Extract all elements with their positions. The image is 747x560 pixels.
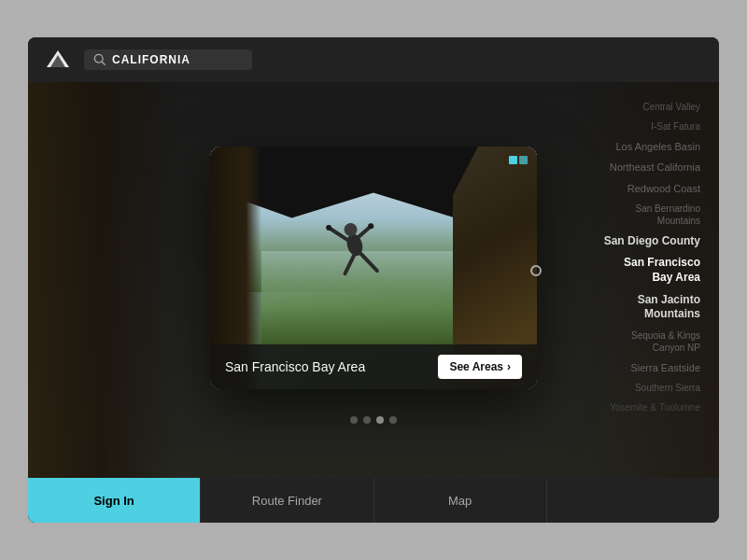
- region-item-3[interactable]: Los Angeles Basin: [615, 138, 700, 155]
- dot-3[interactable]: [376, 416, 384, 424]
- card-dots: [350, 416, 397, 424]
- app-window: CALIFORNIA: [28, 37, 719, 523]
- dot-1[interactable]: [350, 416, 358, 424]
- thumbnail-indicator: [509, 156, 528, 175]
- list-item-row-6: San BernardinoMountains: [551, 201, 700, 229]
- search-bar[interactable]: CALIFORNIA: [84, 49, 252, 70]
- nav-sign-in[interactable]: Sign In: [28, 478, 201, 523]
- dot-2[interactable]: [363, 416, 371, 424]
- region-list: Central Valley I-Sat Fatura Los Angeles …: [551, 91, 700, 478]
- region-item-1[interactable]: Central Valley: [642, 99, 700, 115]
- list-item-row-13: Yosemite & Tuolumne: [551, 399, 700, 415]
- list-item-row-4: Northeast California: [551, 159, 700, 175]
- card-image: San Francisco Bay Area See Areas ›: [210, 147, 537, 389]
- nav-map[interactable]: Map: [374, 478, 547, 523]
- region-item-5[interactable]: Redwood Coast: [627, 180, 700, 197]
- area-card: San Francisco Bay Area See Areas ›: [210, 147, 537, 389]
- search-icon: [93, 53, 106, 66]
- selected-radio: [530, 265, 542, 276]
- dot-4[interactable]: [389, 416, 397, 424]
- list-item-row-9: San JacintoMountains: [551, 291, 700, 324]
- region-item-10[interactable]: Sequoia & KingsCanyon NP: [631, 328, 700, 356]
- nav-extra[interactable]: [547, 478, 719, 523]
- list-item-row-11: Sierra Eastside: [551, 359, 700, 376]
- list-item-row-1: Central Valley: [551, 99, 700, 115]
- main-content: San Francisco Bay Area See Areas › Centr…: [28, 82, 719, 478]
- list-item-row-7: San Diego County: [551, 232, 700, 251]
- region-item-13[interactable]: Yosemite & Tuolumne: [610, 399, 700, 415]
- svg-line-9: [360, 251, 376, 273]
- region-item-7[interactable]: San Diego County: [604, 232, 700, 251]
- see-areas-button[interactable]: See Areas ›: [438, 355, 522, 379]
- nav-route-finder[interactable]: Route Finder: [201, 478, 374, 523]
- region-item-12[interactable]: Southern Sierra: [635, 380, 700, 396]
- list-item-row-3: Los Angeles Basin: [551, 138, 700, 155]
- card-location-label: San Francisco Bay Area: [225, 359, 365, 374]
- region-item-11[interactable]: Sierra Eastside: [630, 359, 700, 376]
- region-item-4[interactable]: Northeast California: [610, 159, 700, 175]
- region-item-9[interactable]: San JacintoMountains: [638, 291, 700, 324]
- svg-line-8: [341, 256, 358, 273]
- search-value: CALIFORNIA: [112, 53, 190, 66]
- list-item-row-5: Redwood Coast: [551, 180, 700, 197]
- region-item-8[interactable]: San FranciscoBay Area: [624, 254, 700, 287]
- bottom-nav: Sign In Route Finder Map: [28, 478, 719, 523]
- svg-line-3: [102, 62, 105, 64]
- list-item-row-10: Sequoia & KingsCanyon NP: [551, 328, 700, 356]
- header: CALIFORNIA: [28, 37, 719, 82]
- region-item-2[interactable]: I-Sat Fatura: [651, 119, 700, 134]
- region-item-6[interactable]: San BernardinoMountains: [636, 201, 701, 229]
- card-bottom-bar: San Francisco Bay Area See Areas ›: [210, 344, 537, 389]
- list-item-row-2: I-Sat Fatura: [551, 119, 700, 134]
- list-item-row-12: Southern Sierra: [551, 380, 700, 396]
- logo-icon: [43, 45, 73, 75]
- list-item-row-8: San FranciscoBay Area: [551, 254, 700, 287]
